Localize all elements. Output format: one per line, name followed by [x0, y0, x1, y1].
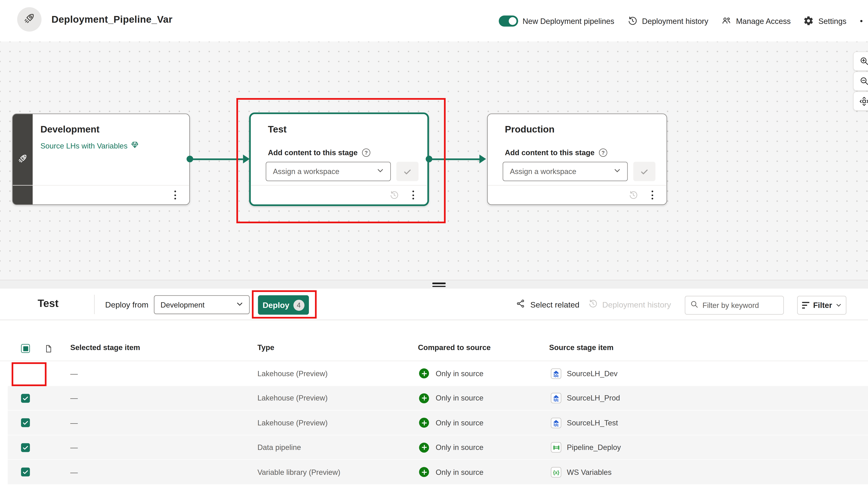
table-row[interactable]: — Lakehouse (Preview) Only in source Sou…: [0, 361, 868, 386]
search-input[interactable]: [702, 301, 774, 309]
stage-history-icon[interactable]: [389, 190, 399, 200]
selected-stage-item-cell: —: [70, 386, 78, 411]
toolbar-divider: [94, 295, 95, 314]
column-source-stage-item[interactable]: Source stage item: [549, 344, 613, 352]
rocket-icon: [17, 152, 28, 166]
table-header-row: Selected stage item Type Compared to sou…: [0, 336, 868, 361]
deployment-history-label: Deployment history: [642, 17, 709, 25]
zoom-in-button[interactable]: [853, 51, 868, 71]
row-checkbox[interactable]: [21, 468, 30, 477]
stage-card-footer: [251, 185, 427, 204]
chevron-down-icon: [836, 302, 841, 308]
compared-status-cell: Only in source: [436, 410, 483, 435]
confirm-assign-button[interactable]: [396, 162, 418, 181]
chevron-down-icon: [614, 167, 621, 175]
pipeline-logo: [17, 7, 41, 32]
help-icon[interactable]: ?: [362, 149, 370, 157]
assign-workspace-dropdown[interactable]: Assign a workspace: [266, 162, 391, 181]
compare-items-table: Selected stage item Type Compared to sou…: [0, 320, 868, 503]
page-title: Deployment_Pipeline_Var: [51, 14, 173, 25]
gem-icon: [131, 141, 139, 151]
workspace-link[interactable]: Source LHs with Variables: [41, 141, 139, 151]
settings-button[interactable]: Settings: [804, 16, 846, 26]
connector-arrowhead: [243, 154, 250, 163]
add-content-label: Add content to this stage: [268, 149, 358, 157]
row-checkbox[interactable]: [21, 443, 30, 452]
type-cell: Variable library (Preview): [258, 460, 340, 485]
confirm-assign-button[interactable]: [633, 162, 655, 181]
canvas-zoom-controls: [853, 51, 868, 111]
compared-status-cell: Only in source: [436, 435, 483, 460]
stage-card-development[interactable]: Development Source LHs with Variables: [12, 114, 190, 205]
column-type[interactable]: Type: [258, 344, 274, 352]
stage-title: Test: [268, 124, 287, 135]
stage-title: Production: [505, 124, 555, 135]
app-window: Deployment_Pipeline_Var New Deployment p…: [0, 0, 868, 503]
settings-label: Settings: [818, 17, 846, 25]
workspace-link-label: Source LHs with Variables: [41, 142, 127, 150]
panel-splitter[interactable]: [0, 280, 868, 289]
selected-stage-item-cell: —: [70, 460, 78, 485]
source-item-name: WS Variables: [567, 468, 611, 476]
deployment-history-button[interactable]: Deployment history: [627, 16, 709, 26]
help-icon[interactable]: ?: [599, 149, 607, 157]
app-header: Deployment_Pipeline_Var New Deployment p…: [0, 0, 868, 41]
filter-button-label: Filter: [813, 301, 832, 310]
manage-access-button[interactable]: Manage Access: [721, 16, 791, 26]
share-icon: [516, 299, 526, 310]
fit-to-screen-button[interactable]: [853, 91, 868, 111]
compared-status-cell: Only in source: [436, 460, 483, 485]
toggle-knob: [509, 17, 516, 24]
manage-access-label: Manage Access: [736, 17, 791, 25]
splitter-handle-icon[interactable]: [432, 283, 446, 287]
column-selected-stage-item[interactable]: Selected stage item: [70, 344, 140, 352]
item-file-icon: [44, 336, 53, 361]
pipeline-icon: [551, 442, 561, 453]
select-related-label: Select related: [530, 300, 579, 309]
table-row[interactable]: — Lakehouse (Preview) Only in source Sou…: [0, 386, 868, 411]
only-in-source-icon: [419, 442, 429, 452]
toggle-label: New Deployment pipelines: [523, 17, 614, 25]
table-row[interactable]: — Lakehouse (Preview) Only in source Sou…: [0, 410, 868, 435]
type-cell: Lakehouse (Preview): [258, 410, 328, 435]
select-all-checkbox[interactable]: [21, 344, 30, 353]
overflow-menu-icon[interactable]: [860, 20, 862, 22]
deploy-button[interactable]: Deploy 4: [258, 295, 309, 315]
more-options-icon[interactable]: [172, 188, 178, 202]
more-options-icon[interactable]: [649, 188, 655, 202]
table-row[interactable]: — Variable library (Preview) Only in sou…: [0, 460, 868, 485]
stage-card-footer: [13, 185, 189, 204]
deploy-from-label: Deploy from: [105, 300, 148, 309]
zoom-out-button[interactable]: [853, 71, 868, 91]
compared-status-cell: Only in source: [436, 361, 483, 386]
connector-line: [190, 158, 243, 160]
type-cell: Lakehouse (Preview): [258, 386, 328, 411]
type-cell: Data pipeline: [258, 435, 301, 460]
more-options-icon[interactable]: [410, 188, 416, 202]
select-related-button[interactable]: Select related: [516, 289, 580, 320]
keyword-search-box[interactable]: [685, 296, 784, 315]
deployment-history-button-disabled[interactable]: Deployment history: [588, 289, 671, 320]
chevron-down-icon: [236, 301, 243, 309]
deployment-history-label: Deployment history: [602, 300, 671, 309]
row-checkbox[interactable]: [21, 394, 30, 403]
deploy-toolbar: Test Deploy from Development Deploy 4 Se…: [0, 289, 868, 320]
stage-history-icon[interactable]: [628, 190, 638, 200]
row-checkbox[interactable]: [21, 418, 30, 427]
variables-icon: {x}: [551, 467, 561, 477]
table-row[interactable]: — Data pipeline Only in source Pipeline_…: [0, 435, 868, 460]
stage-card-test[interactable]: Test Add content to this stage ? Assign …: [249, 112, 429, 206]
assign-workspace-dropdown[interactable]: Assign a workspace: [503, 162, 628, 181]
new-pipelines-toggle[interactable]: [499, 15, 518, 26]
column-compared-to-source[interactable]: Compared to source: [418, 344, 491, 352]
source-item-name: SourceLH_Dev: [567, 369, 617, 378]
people-icon: [721, 16, 732, 26]
deploy-from-dropdown[interactable]: Development: [154, 295, 250, 314]
lakehouse-icon: [551, 393, 561, 403]
add-content-label: Add content to this stage: [505, 149, 595, 157]
stage-card-footer: [488, 185, 666, 204]
filter-icon: [802, 302, 809, 309]
stage-card-production[interactable]: Production Add content to this stage ? A…: [487, 114, 667, 205]
filter-button[interactable]: Filter: [797, 296, 846, 315]
selected-stage-item-cell: —: [70, 435, 78, 460]
